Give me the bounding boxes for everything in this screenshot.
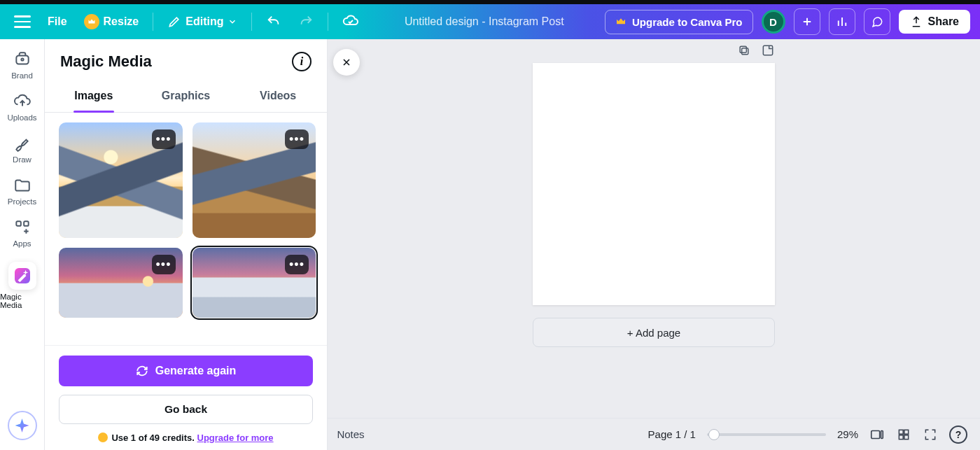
resize-label: Resize [104,15,139,28]
undo-button[interactable] [262,10,286,34]
redo-icon [298,14,314,29]
panel-results[interactable]: ••• ••• ••• ••• [45,113,327,345]
upgrade-credits-link[interactable]: Upgrade for more [197,433,274,443]
svg-rect-5 [740,46,746,52]
separator [328,13,328,31]
bottom-bar: Notes Page 1 / 1 29% ? [328,418,980,450]
info-button[interactable]: i [292,52,312,71]
close-panel-button[interactable] [333,49,360,76]
fullscreen-button[interactable] [923,427,938,442]
panel-footer: Generate again Go back Use 1 of 49 credi… [45,345,327,450]
draw-icon [13,134,31,153]
thumbnail-menu-button[interactable]: ••• [285,129,309,149]
share-button[interactable]: Share [899,10,970,34]
share-label: Share [928,15,959,28]
duplicate-page-icon[interactable] [737,43,751,57]
upgrade-button[interactable]: Upgrade to Canva Pro [605,10,753,34]
magic-media-icon-wrap [8,262,36,290]
panel-tabs: Images Graphics Videos [45,81,327,113]
crown-icon [84,14,99,29]
panel-header: Magic Media i [45,39,327,81]
topbar-left: File Resize Editing [10,9,363,34]
thumbnail-grid: ••• ••• [59,122,316,238]
ai-assistant-button[interactable] [8,411,37,440]
generate-label: Generate again [155,365,237,377]
magic-media-icon [15,268,30,283]
editing-mode-button[interactable]: Editing [163,10,241,33]
notes-label: Notes [337,428,364,440]
rail-label: Draw [13,155,31,164]
rail-item-apps[interactable]: Apps [0,218,44,248]
plus-icon [801,15,813,28]
folder-icon [13,176,31,195]
rail-label: Apps [13,239,31,248]
undo-icon [266,14,281,29]
rail-item-brand[interactable]: Brand [0,50,44,80]
rail-label: Brand [11,71,33,80]
comments-button[interactable] [864,8,890,35]
canvas-stage[interactable]: + Add page [328,39,980,418]
panel-title: Magic Media [60,52,152,71]
rail-item-projects[interactable]: Projects [0,176,44,206]
tab-images[interactable]: Images [48,81,140,112]
generate-again-button[interactable]: Generate again [59,356,313,386]
rail-item-draw[interactable]: Draw [0,134,44,164]
separator [153,13,153,31]
page-stack: + Add page [533,63,775,347]
page-indicator: Page 1 / 1 [648,428,696,440]
fullscreen-icon [923,428,937,442]
canvas-page[interactable] [533,63,775,305]
go-back-button[interactable]: Go back [59,395,313,424]
grid-view-button[interactable] [896,427,911,442]
add-page-icon[interactable] [761,43,775,57]
result-thumbnail[interactable]: ••• [59,248,183,318]
rail-item-magic-media[interactable]: Magic Media [0,260,44,309]
avatar[interactable]: D [762,10,785,34]
help-button[interactable]: ? [949,426,967,444]
zoom-slider[interactable] [707,433,826,436]
refresh-icon [136,365,148,377]
svg-rect-11 [899,435,903,439]
result-thumbnail-selected[interactable]: ••• [192,248,316,318]
top-bar: File Resize Editing Untitled design - In… [0,0,980,39]
left-rail: Brand Uploads Draw Projects Apps Magic M… [0,39,45,450]
comment-icon [871,15,883,28]
document-title: Untitled design - Instagram Post [370,15,598,28]
result-thumbnail[interactable]: ••• [59,122,183,238]
sparkle-icon [15,419,29,433]
svg-rect-12 [904,435,909,439]
chevron-down-icon [227,17,237,27]
tab-graphics[interactable]: Graphics [140,81,232,112]
thumbnail-menu-button[interactable]: ••• [285,255,309,274]
cloud-sync-button[interactable] [338,9,363,34]
cloud-upload-icon [13,92,31,111]
add-button[interactable] [794,8,820,35]
resize-button[interactable]: Resize [80,10,144,34]
thumbnail-menu-button[interactable]: ••• [152,129,176,149]
zoom-value: 29% [837,428,858,440]
view-pages-button[interactable] [869,427,885,442]
bottombar-right: Page 1 / 1 29% ? [648,426,967,444]
notes-button[interactable]: Notes [340,427,356,442]
svg-rect-0 [16,56,28,64]
file-menu[interactable]: File [43,11,71,32]
tab-videos[interactable]: Videos [232,81,324,112]
add-page-button[interactable]: + Add page [533,318,775,347]
apps-icon [13,218,31,237]
svg-rect-8 [881,430,883,438]
credits-text: Use 1 of 49 credits. Upgrade for more [59,433,313,443]
result-thumbnail[interactable]: ••• [192,122,316,238]
svg-rect-6 [763,45,772,55]
thumbnail-menu-button[interactable]: ••• [152,255,176,274]
insights-button[interactable] [829,8,855,35]
bottombar-left: Notes [340,427,356,442]
close-icon [341,57,352,68]
upgrade-label: Upgrade to Canva Pro [632,16,743,28]
svg-point-1 [21,58,23,60]
menu-button[interactable] [10,11,35,32]
canvas-area: + Add page Notes Page 1 / 1 29% [328,39,980,450]
redo-button[interactable] [294,10,318,34]
rail-item-uploads[interactable]: Uploads [0,92,44,122]
zoom-slider-knob[interactable] [708,429,720,440]
svg-rect-3 [24,221,28,226]
